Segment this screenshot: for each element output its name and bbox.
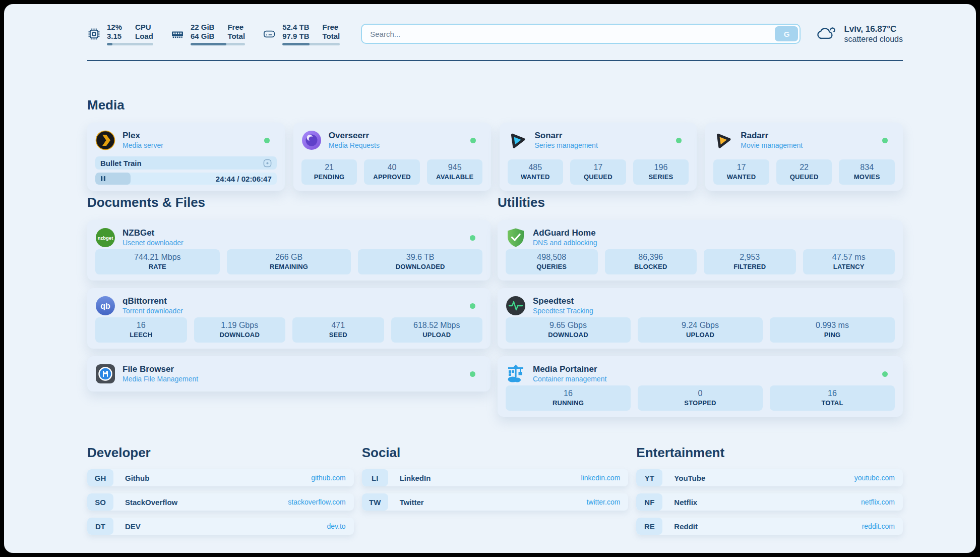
status-dot-online bbox=[882, 371, 888, 377]
portainer-link[interactable]: Media Portainer Container management bbox=[506, 362, 895, 385]
cpu-label-2: Load bbox=[135, 32, 153, 40]
stat-pill: 618.52 Mbps UPLOAD bbox=[391, 317, 483, 343]
utilities-heading: Utilities bbox=[498, 194, 903, 211]
documents-section: Documents & Files nzbget NZBGet Usenet d… bbox=[87, 194, 491, 424]
stat-value: 471 bbox=[294, 320, 382, 330]
stat-label: LEECH bbox=[97, 330, 185, 339]
sonarr-link[interactable]: Sonarr Series management bbox=[508, 129, 689, 152]
ram-metric: 22 GiB 64 GiB Free Total bbox=[170, 23, 245, 45]
disk-label-2: Total bbox=[322, 32, 340, 40]
adguard-link[interactable]: AdGuard Home DNS and adblocking bbox=[506, 226, 895, 249]
app-name: Sonarr bbox=[535, 131, 598, 141]
pause-icon[interactable] bbox=[100, 176, 106, 182]
stat-label: WANTED bbox=[510, 173, 562, 181]
stat-label: DOWNLOADED bbox=[360, 262, 480, 271]
disk-progressbar bbox=[282, 43, 340, 45]
weather-widget: Lviv, 16.87°C scattered clouds bbox=[817, 24, 903, 44]
dashboard-page: 12% 3.15 CPU Load bbox=[4, 4, 976, 553]
stat-value: 39.6 TB bbox=[360, 252, 480, 262]
bookmark-reddit[interactable]: RE Reddit reddit.com bbox=[636, 518, 903, 535]
bookmark-netflix[interactable]: NF Netflix netflix.com bbox=[636, 493, 903, 511]
plex-link[interactable]: Plex Media server bbox=[95, 129, 277, 152]
filebrowser-link[interactable]: File Browser Media File Management bbox=[95, 362, 482, 385]
stat-value: 744.21 Mbps bbox=[97, 252, 218, 262]
stat-value: 9.24 Gbps bbox=[640, 320, 761, 330]
overseerr-link[interactable]: Overseerr Media Requests bbox=[301, 129, 483, 152]
app-name: Speedtest bbox=[533, 296, 593, 306]
bookmark-dev[interactable]: DT DEV dev.to bbox=[87, 518, 354, 535]
stat-pill: 1.19 Gbps DOWNLOAD bbox=[194, 317, 286, 343]
stats-row: 16 LEECH 1.19 Gbps DOWNLOAD 471 SEED 618… bbox=[95, 317, 482, 343]
stat-label: STOPPED bbox=[640, 399, 761, 407]
app-desc: Media Requests bbox=[329, 141, 380, 150]
app-name: Overseerr bbox=[329, 131, 380, 141]
app-desc: Movie management bbox=[741, 141, 803, 150]
stat-label: RUNNING bbox=[508, 399, 629, 407]
stat-value: 21 bbox=[303, 162, 355, 173]
bookmark-name: Twitter bbox=[400, 498, 424, 507]
ram-label-2: Total bbox=[227, 32, 245, 40]
stat-pill: 22 QUEUED bbox=[776, 159, 832, 185]
nzbget-icon: nzbget bbox=[95, 228, 115, 248]
stat-pill: 2,953 FILTERED bbox=[704, 249, 796, 274]
stat-pill: 9.65 Gbps DOWNLOAD bbox=[506, 317, 631, 343]
speedtest-icon bbox=[506, 296, 526, 316]
app-desc: Media File Management bbox=[122, 375, 198, 383]
stat-value: 22 bbox=[778, 162, 830, 173]
stat-label: DOWNLOAD bbox=[196, 330, 284, 339]
stats-row: 16 RUNNING 0 STOPPED 16 TOTAL bbox=[506, 385, 895, 411]
ram-icon bbox=[170, 27, 185, 41]
bookmark-twitter[interactable]: TW Twitter twitter.com bbox=[362, 493, 629, 511]
search-input[interactable] bbox=[361, 24, 801, 44]
stat-pill: 16 RUNNING bbox=[506, 385, 631, 411]
bookmark-name: Reddit bbox=[674, 522, 698, 531]
media-grid: Plex Media server Bullet Train bbox=[87, 123, 903, 191]
speedtest-link[interactable]: Speedtest Speedtest Tracking bbox=[506, 294, 895, 317]
stat-label: REMAINING bbox=[229, 262, 349, 271]
disk-metric: 52.4 TB 97.9 TB Free Total bbox=[262, 23, 340, 45]
bookmark-url: twitter.com bbox=[586, 498, 620, 506]
stat-pill: 0.993 ms PING bbox=[770, 317, 895, 343]
stats-row: 744.21 Mbps RATE 266 GB REMAINING 39.6 T… bbox=[95, 249, 482, 274]
media-section: Media Plex Media server bbox=[87, 96, 903, 191]
bookmark-github[interactable]: GH Github github.com bbox=[87, 469, 354, 486]
status-dot-online bbox=[470, 138, 476, 143]
stat-value: 618.52 Mbps bbox=[393, 320, 481, 330]
system-metrics: 12% 3.15 CPU Load bbox=[87, 23, 340, 45]
ram-value-total: 64 GiB bbox=[191, 32, 215, 40]
stat-value: 86,396 bbox=[607, 252, 695, 262]
disk-value-free: 52.4 TB bbox=[282, 23, 309, 31]
search-engine-button[interactable]: G bbox=[775, 26, 798, 41]
bookmark-stackoverflow[interactable]: SO StackOverflow stackoverflow.com bbox=[87, 493, 354, 511]
stat-label: FILTERED bbox=[706, 262, 794, 271]
cpu-icon bbox=[87, 27, 101, 41]
nzbget-link[interactable]: nzbget NZBGet Usenet downloader bbox=[95, 226, 482, 249]
radarr-link[interactable]: Radarr Movie management bbox=[713, 129, 895, 152]
stat-pill: 196 SERIES bbox=[633, 159, 689, 185]
entertainment-column: Entertainment YT YouTube youtube.com NF … bbox=[636, 444, 903, 542]
stat-value: 945 bbox=[429, 162, 481, 173]
stat-pill: 86,396 BLOCKED bbox=[605, 249, 697, 274]
app-desc: Usenet downloader bbox=[122, 239, 183, 247]
disk-value-total: 97.9 TB bbox=[282, 32, 309, 40]
stat-value: 0 bbox=[640, 388, 761, 399]
status-dot-online bbox=[470, 303, 475, 309]
qbittorrent-link[interactable]: qb qBittorrent Torrent downloader bbox=[95, 294, 482, 317]
bookmark-linkedin[interactable]: LI LinkedIn linkedin.com bbox=[362, 469, 629, 486]
bookmark-url: github.com bbox=[311, 474, 345, 482]
app-name: qBittorrent bbox=[122, 296, 183, 306]
status-dot-online bbox=[264, 138, 270, 143]
bookmark-name: LinkedIn bbox=[400, 474, 431, 482]
media-heading: Media bbox=[87, 96, 903, 114]
overseerr-icon bbox=[301, 130, 322, 150]
stat-pill: 485 WANTED bbox=[508, 159, 564, 185]
stat-label: PING bbox=[772, 330, 893, 339]
stat-pill: 9.24 Gbps UPLOAD bbox=[638, 317, 763, 343]
disc-icon[interactable] bbox=[263, 159, 272, 168]
stat-label: SERIES bbox=[635, 173, 687, 181]
qbittorrent-icon: qb bbox=[95, 296, 115, 316]
bookmark-youtube[interactable]: YT YouTube youtube.com bbox=[636, 469, 903, 486]
stat-pill: 744.21 Mbps RATE bbox=[95, 249, 220, 274]
portainer-card: Media Portainer Container management 16 … bbox=[498, 356, 903, 417]
svg-text:nzbget: nzbget bbox=[98, 235, 113, 241]
